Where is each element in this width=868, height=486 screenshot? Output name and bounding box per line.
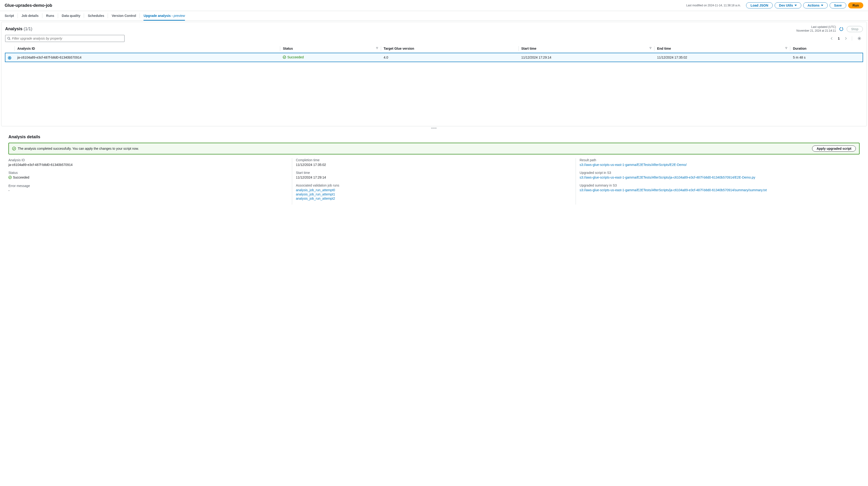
tab-job-details[interactable]: Job details (22, 11, 39, 20)
status-badge: Succeeded (283, 55, 304, 59)
label-error-message: Error message (8, 184, 288, 188)
row-radio[interactable] (8, 56, 11, 59)
label-start-time: Start time (296, 171, 572, 175)
apply-upgraded-script-button[interactable]: Apply upgraded script (812, 145, 856, 152)
search-box[interactable] (5, 35, 125, 42)
page-number: 1 (836, 36, 841, 40)
tab-schedules[interactable]: Schedules (88, 11, 104, 20)
caret-down-icon (795, 5, 797, 6)
run-button[interactable]: Run (848, 2, 863, 8)
check-circle-icon (283, 56, 286, 59)
prev-page-button[interactable] (829, 36, 834, 40)
svg-point-2 (859, 38, 860, 39)
settings-icon[interactable] (856, 35, 863, 42)
link-upgraded-summary[interactable]: s3://aws-glue-scripts-us-east-1-gamma/E2… (580, 188, 856, 192)
dev-utils-label: Dev Utils (779, 3, 793, 7)
analysis-title: Analysis (1/1) (5, 27, 32, 31)
label-analysis-id: Analysis ID (8, 158, 288, 162)
status-text: Succeeded (13, 175, 29, 179)
actions-label: Actions (808, 3, 819, 7)
success-alert: The analysis completed successfully. You… (8, 143, 860, 154)
label-status: Status (8, 171, 288, 175)
refresh-icon[interactable] (838, 26, 845, 33)
svg-point-4 (12, 147, 16, 150)
tab-upgrade-analysis[interactable]: Upgrade analysis - preview (144, 11, 185, 20)
tab-preview-label: preview (174, 14, 185, 18)
col-target-glue[interactable]: Target Glue version (381, 44, 519, 53)
last-updated-block: Last updated (UTC) November 21, 2024 at … (796, 25, 836, 33)
value-analysis-id: ja-c6104a89-e3cf-487f-b8d0-61340b570914 (8, 163, 288, 167)
sort-icon: ▽ (650, 47, 651, 49)
save-button[interactable]: Save (830, 2, 846, 8)
link-run1[interactable]: analysis_job_run_attempt1 (296, 192, 572, 196)
sort-icon: ▽ (785, 47, 787, 49)
link-result-path[interactable]: s3://aws-glue-scripts-us-east-1-gamma/E2… (580, 163, 856, 167)
details-title: Analysis details (8, 135, 860, 139)
col-end-time[interactable]: End time▽ (654, 44, 790, 53)
search-icon (7, 37, 10, 40)
analysis-panel: Analysis (1/1) Last updated (UTC) Novemb… (1, 22, 867, 126)
sort-icon: ▽ (376, 47, 378, 49)
tab-script[interactable]: Script (5, 11, 14, 20)
tab-runs[interactable]: Runs (46, 11, 54, 20)
status-text: Succeeded (287, 55, 304, 59)
search-input[interactable] (10, 36, 122, 41)
tab-data-quality[interactable]: Data quality (62, 11, 80, 20)
last-modified-text: Last modified on 2024-11-14, 11:38:18 a.… (686, 4, 741, 7)
tab-version-control[interactable]: Version Control (112, 11, 136, 20)
last-updated-label: Last updated (UTC) (796, 25, 836, 29)
cell-id: ja-c6104a89-e3cf-487f-b8d0-61340b570914 (14, 53, 280, 62)
analysis-title-count: (1/1) (24, 27, 32, 31)
analysis-table: Analysis ID Status▽ Target Glue version … (5, 44, 863, 62)
cell-end: 11/12/2024 17:35:02 (654, 53, 790, 62)
svg-line-1 (9, 39, 10, 40)
check-circle-icon (8, 176, 12, 179)
next-page-button[interactable] (843, 36, 848, 40)
col-start-time[interactable]: Start time▽ (519, 44, 654, 53)
cell-start: 11/12/2024 17:29:14 (519, 53, 654, 62)
value-completion-time: 11/12/2024 17:35:02 (296, 163, 572, 167)
cell-duration: 5 m 48 s (790, 53, 863, 62)
label-associated-runs: Associated validation job runs (296, 183, 572, 187)
page-header: Glue-uprades-demo-job Last modified on 2… (0, 0, 868, 11)
job-title: Glue-uprades-demo-job (5, 3, 52, 8)
last-updated-value: November 21, 2024 at 21:14:11 (796, 29, 836, 33)
cell-target: 4.0 (381, 53, 519, 62)
col-analysis-id[interactable]: Analysis ID (14, 44, 280, 53)
label-completion-time: Completion time (296, 158, 572, 162)
link-upgraded-script[interactable]: s3://aws-glue-scripts-us-east-1-gamma/E2… (580, 175, 856, 179)
value-status: Succeeded (8, 175, 29, 179)
value-error-message: - (8, 189, 288, 192)
tabs-bar: Script Job details Runs Data quality Sch… (0, 11, 868, 21)
label-result-path: Result path (580, 158, 856, 162)
alert-message: The analysis completed successfully. You… (18, 147, 139, 150)
label-upgraded-script: Upgraded script in S3 (580, 171, 856, 175)
svg-point-0 (8, 37, 10, 39)
actions-button[interactable]: Actions (803, 2, 828, 8)
link-run2[interactable]: analysis_job_run_attempt2 (296, 197, 572, 200)
tab-upgrade-label: Upgrade analysis - (144, 14, 174, 18)
analysis-title-text: Analysis (5, 27, 24, 31)
label-upgraded-summary: Upgraded summary in S3 (580, 183, 856, 187)
analysis-details: Analysis details The analysis completed … (0, 130, 868, 209)
check-circle-icon (12, 147, 16, 150)
caret-down-icon (821, 5, 823, 6)
table-row[interactable]: ja-c6104a89-e3cf-487f-b8d0-61340b570914 … (5, 53, 863, 62)
separator (852, 36, 852, 40)
stop-button: Stop (847, 26, 863, 32)
resize-handle[interactable]: ═══ (0, 126, 868, 130)
dev-utils-button[interactable]: Dev Utils (775, 2, 801, 8)
load-json-button[interactable]: Load JSON (746, 2, 773, 8)
link-run0[interactable]: analysis_job_run_attempt0 (296, 188, 572, 192)
value-start-time: 11/12/2024 17:29:14 (296, 175, 572, 179)
col-duration[interactable]: Duration (790, 44, 863, 53)
col-status[interactable]: Status▽ (280, 44, 381, 53)
